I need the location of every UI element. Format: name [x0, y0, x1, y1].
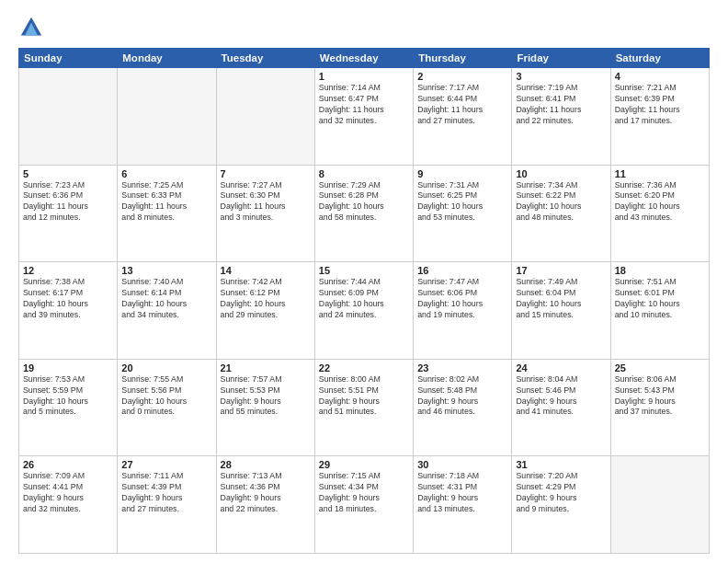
day-info: Sunrise: 7:15 AMSunset: 4:34 PMDaylight:…: [319, 471, 409, 515]
day-info: Sunrise: 7:34 AMSunset: 6:22 PMDaylight:…: [516, 180, 606, 224]
day-number: 19: [23, 362, 113, 373]
day-number: 8: [319, 168, 409, 179]
logo-icon: [18, 15, 44, 40]
weekday-sunday: Sunday: [19, 49, 118, 68]
calendar-cell: 13Sunrise: 7:40 AMSunset: 6:14 PMDayligh…: [118, 262, 216, 360]
day-number: 5: [23, 168, 113, 179]
day-info: Sunrise: 7:36 AMSunset: 6:20 PMDaylight:…: [615, 180, 705, 224]
calendar-cell: 11Sunrise: 7:36 AMSunset: 6:20 PMDayligh…: [610, 165, 709, 262]
calendar-cell: 30Sunrise: 7:18 AMSunset: 4:31 PMDayligh…: [414, 456, 512, 554]
day-info: Sunrise: 7:49 AMSunset: 6:04 PMDaylight:…: [516, 277, 606, 321]
day-info: Sunrise: 7:38 AMSunset: 6:17 PMDaylight:…: [23, 277, 113, 321]
day-number: 16: [417, 265, 507, 276]
calendar-cell: 19Sunrise: 7:53 AMSunset: 5:59 PMDayligh…: [19, 359, 118, 456]
day-info: Sunrise: 8:06 AMSunset: 5:43 PMDaylight:…: [615, 374, 705, 419]
day-info: Sunrise: 7:19 AMSunset: 6:41 PMDaylight:…: [516, 83, 606, 127]
weekday-monday: Monday: [118, 49, 216, 68]
page: SundayMondayTuesdayWednesdayThursdayFrid…: [0, 0, 728, 563]
calendar-cell: 24Sunrise: 8:04 AMSunset: 5:46 PMDayligh…: [512, 359, 610, 456]
weekday-wednesday: Wednesday: [314, 49, 413, 68]
day-info: Sunrise: 8:02 AMSunset: 5:48 PMDaylight:…: [417, 374, 507, 419]
week-row-2: 5Sunrise: 7:23 AMSunset: 6:36 PMDaylight…: [19, 165, 710, 262]
day-info: Sunrise: 7:27 AMSunset: 6:30 PMDaylight:…: [221, 180, 311, 224]
day-number: 22: [319, 362, 409, 373]
day-number: 29: [319, 459, 409, 470]
day-number: 20: [121, 362, 211, 373]
calendar-cell: 4Sunrise: 7:21 AMSunset: 6:39 PMDaylight…: [610, 68, 709, 166]
calendar-cell: 9Sunrise: 7:31 AMSunset: 6:25 PMDaylight…: [414, 165, 512, 262]
calendar-cell: 6Sunrise: 7:25 AMSunset: 6:33 PMDaylight…: [118, 165, 216, 262]
calendar-cell: 27Sunrise: 7:11 AMSunset: 4:39 PMDayligh…: [118, 456, 216, 554]
calendar-cell: [610, 456, 709, 554]
day-info: Sunrise: 7:42 AMSunset: 6:12 PMDaylight:…: [221, 277, 311, 321]
calendar-cell: 14Sunrise: 7:42 AMSunset: 6:12 PMDayligh…: [216, 262, 314, 360]
day-number: 14: [221, 265, 311, 276]
day-number: 18: [615, 265, 705, 276]
calendar-cell: 12Sunrise: 7:38 AMSunset: 6:17 PMDayligh…: [19, 262, 118, 360]
day-number: 10: [516, 168, 606, 179]
calendar-cell: 23Sunrise: 8:02 AMSunset: 5:48 PMDayligh…: [414, 359, 512, 456]
day-info: Sunrise: 7:57 AMSunset: 5:53 PMDaylight:…: [221, 374, 311, 419]
calendar-cell: 28Sunrise: 7:13 AMSunset: 4:36 PMDayligh…: [216, 456, 314, 554]
calendar-cell: 21Sunrise: 7:57 AMSunset: 5:53 PMDayligh…: [216, 359, 314, 456]
calendar-cell: [118, 68, 216, 166]
day-info: Sunrise: 7:31 AMSunset: 6:25 PMDaylight:…: [417, 180, 507, 224]
day-info: Sunrise: 7:20 AMSunset: 4:29 PMDaylight:…: [516, 471, 606, 515]
day-info: Sunrise: 7:53 AMSunset: 5:59 PMDaylight:…: [23, 374, 113, 419]
calendar-cell: 25Sunrise: 8:06 AMSunset: 5:43 PMDayligh…: [610, 359, 709, 456]
calendar-cell: 7Sunrise: 7:27 AMSunset: 6:30 PMDaylight…: [216, 165, 314, 262]
day-info: Sunrise: 7:18 AMSunset: 4:31 PMDaylight:…: [417, 471, 507, 515]
calendar-cell: 29Sunrise: 7:15 AMSunset: 4:34 PMDayligh…: [314, 456, 413, 554]
day-info: Sunrise: 7:47 AMSunset: 6:06 PMDaylight:…: [417, 277, 507, 321]
week-row-1: 1Sunrise: 7:14 AMSunset: 6:47 PMDaylight…: [19, 68, 710, 166]
day-info: Sunrise: 7:13 AMSunset: 4:36 PMDaylight:…: [221, 471, 311, 515]
day-info: Sunrise: 8:04 AMSunset: 5:46 PMDaylight:…: [516, 374, 606, 419]
day-number: 1: [319, 71, 409, 82]
day-number: 9: [417, 168, 507, 179]
day-info: Sunrise: 7:23 AMSunset: 6:36 PMDaylight:…: [23, 180, 113, 224]
day-info: Sunrise: 7:44 AMSunset: 6:09 PMDaylight:…: [319, 277, 409, 321]
calendar-cell: 8Sunrise: 7:29 AMSunset: 6:28 PMDaylight…: [314, 165, 413, 262]
calendar-cell: 16Sunrise: 7:47 AMSunset: 6:06 PMDayligh…: [414, 262, 512, 360]
day-info: Sunrise: 7:40 AMSunset: 6:14 PMDaylight:…: [121, 277, 211, 321]
day-number: 30: [417, 459, 507, 470]
week-row-4: 19Sunrise: 7:53 AMSunset: 5:59 PMDayligh…: [19, 359, 710, 456]
calendar-cell: 20Sunrise: 7:55 AMSunset: 5:56 PMDayligh…: [118, 359, 216, 456]
day-number: 15: [319, 265, 409, 276]
day-number: 12: [23, 265, 113, 276]
day-number: 26: [23, 459, 113, 470]
calendar-cell: [19, 68, 118, 166]
logo: [18, 15, 48, 40]
day-number: 31: [516, 459, 606, 470]
day-number: 11: [615, 168, 705, 179]
calendar-cell: 15Sunrise: 7:44 AMSunset: 6:09 PMDayligh…: [314, 262, 413, 360]
weekday-saturday: Saturday: [610, 49, 709, 68]
day-number: 4: [615, 71, 705, 82]
calendar-table: SundayMondayTuesdayWednesdayThursdayFrid…: [18, 48, 710, 554]
calendar-cell: 10Sunrise: 7:34 AMSunset: 6:22 PMDayligh…: [512, 165, 610, 262]
day-info: Sunrise: 7:11 AMSunset: 4:39 PMDaylight:…: [121, 471, 211, 515]
calendar-cell: 22Sunrise: 8:00 AMSunset: 5:51 PMDayligh…: [314, 359, 413, 456]
weekday-header-row: SundayMondayTuesdayWednesdayThursdayFrid…: [19, 49, 710, 68]
day-number: 27: [121, 459, 211, 470]
weekday-friday: Friday: [512, 49, 610, 68]
day-number: 28: [221, 459, 311, 470]
day-number: 17: [516, 265, 606, 276]
day-info: Sunrise: 7:09 AMSunset: 4:41 PMDaylight:…: [23, 471, 113, 515]
calendar-cell: 18Sunrise: 7:51 AMSunset: 6:01 PMDayligh…: [610, 262, 709, 360]
day-number: 24: [516, 362, 606, 373]
weekday-tuesday: Tuesday: [216, 49, 314, 68]
day-number: 7: [221, 168, 311, 179]
day-info: Sunrise: 7:25 AMSunset: 6:33 PMDaylight:…: [121, 180, 211, 224]
calendar-cell: 2Sunrise: 7:17 AMSunset: 6:44 PMDaylight…: [414, 68, 512, 166]
week-row-5: 26Sunrise: 7:09 AMSunset: 4:41 PMDayligh…: [19, 456, 710, 554]
weekday-thursday: Thursday: [414, 49, 512, 68]
calendar-cell: 26Sunrise: 7:09 AMSunset: 4:41 PMDayligh…: [19, 456, 118, 554]
day-info: Sunrise: 7:14 AMSunset: 6:47 PMDaylight:…: [319, 83, 409, 127]
day-info: Sunrise: 7:21 AMSunset: 6:39 PMDaylight:…: [615, 83, 705, 127]
calendar-cell: 31Sunrise: 7:20 AMSunset: 4:29 PMDayligh…: [512, 456, 610, 554]
day-number: 21: [221, 362, 311, 373]
day-info: Sunrise: 7:29 AMSunset: 6:28 PMDaylight:…: [319, 180, 409, 224]
week-row-3: 12Sunrise: 7:38 AMSunset: 6:17 PMDayligh…: [19, 262, 710, 360]
calendar-cell: 17Sunrise: 7:49 AMSunset: 6:04 PMDayligh…: [512, 262, 610, 360]
